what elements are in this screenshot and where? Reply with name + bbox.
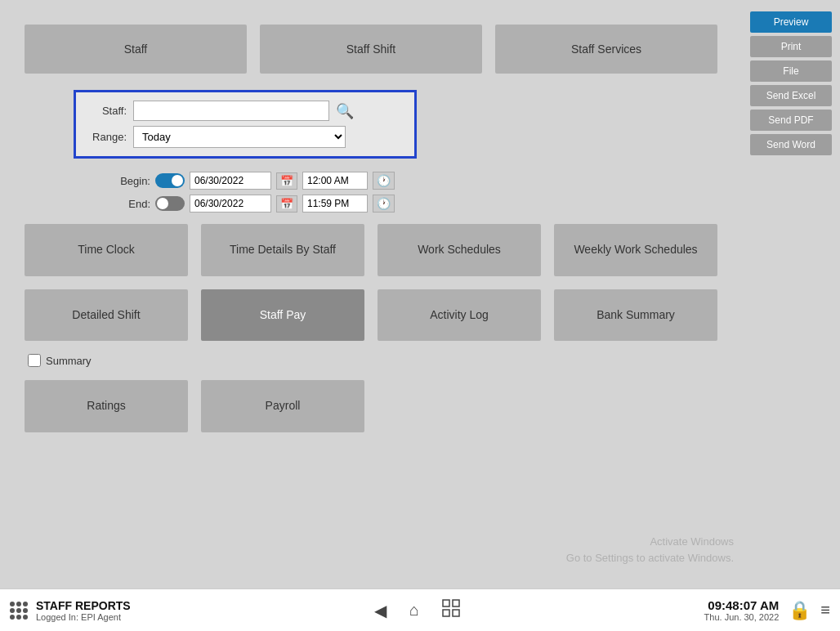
send-excel-button[interactable]: Send Excel: [750, 85, 832, 106]
staff-filter-row: Staff: 🔍: [87, 101, 403, 121]
summary-row: Summary: [28, 354, 717, 367]
staff-shift-button[interactable]: Staff Shift: [260, 25, 482, 74]
action-panel: Preview Print File Send Excel Send PDF S…: [750, 11, 832, 155]
time-details-by-staff-button[interactable]: Time Details By Staff: [201, 224, 364, 276]
bank-summary-button[interactable]: Bank Summary: [554, 289, 717, 342]
dots-icon[interactable]: [10, 602, 28, 620]
svg-rect-3: [453, 610, 459, 616]
filter-area: Staff: 🔍 Range: Today: [74, 90, 417, 159]
home-icon: ⌂: [409, 601, 419, 619]
staff-label: Staff:: [87, 105, 127, 117]
activity-log-button[interactable]: Activity Log: [378, 289, 541, 342]
print-button[interactable]: Print: [750, 36, 832, 57]
taskbar-app-info: STAFF REPORTS Logged In: EPI Agent: [36, 599, 131, 622]
menu-button[interactable]: ≡: [820, 601, 830, 620]
svg-rect-0: [443, 600, 449, 606]
end-date-input[interactable]: [190, 195, 271, 213]
begin-time-input[interactable]: [302, 172, 368, 190]
svg-rect-1: [453, 600, 459, 606]
clock-icon: 🕐: [377, 197, 391, 210]
send-word-button[interactable]: Send Word: [750, 134, 832, 155]
end-row: End: 📅 🕐: [114, 195, 717, 213]
home-button[interactable]: ⌂: [406, 597, 422, 623]
send-pdf-button[interactable]: Send PDF: [750, 110, 832, 131]
taskbar-center: ◀ ⌂: [371, 596, 463, 624]
taskbar-time: 09:48:07 AM Thu. Jun. 30, 2022: [704, 598, 780, 622]
reports-row1: Time ClockTime Details By StaffWork Sche…: [25, 224, 717, 276]
end-label: End:: [114, 198, 150, 210]
end-clock-button[interactable]: 🕐: [373, 195, 395, 213]
reports-row2: Detailed ShiftStaff PayActivity LogBank …: [25, 289, 717, 342]
taskbar-left: STAFF REPORTS Logged In: EPI Agent: [10, 599, 131, 622]
grid-icon: [442, 599, 460, 617]
search-icon: 🔍: [336, 103, 354, 119]
weekly-work-schedules-button[interactable]: Weekly Work Schedules: [554, 224, 717, 276]
staff-input[interactable]: [133, 101, 329, 121]
summary-checkbox[interactable]: [28, 354, 41, 367]
summary-label: Summary: [46, 355, 92, 367]
range-label: Range:: [87, 131, 127, 143]
calendar-icon: 📅: [280, 175, 293, 187]
current-time: 09:48:07 AM: [704, 598, 780, 612]
top-nav-row: Staff Staff Shift Staff Services: [25, 25, 717, 74]
datetime-section: Begin: 📅 🕐 End: 📅 🕐: [114, 172, 717, 213]
begin-toggle[interactable]: [155, 173, 185, 188]
watermark: Activate Windows Go to Settings to activ…: [566, 534, 734, 566]
clock-icon: 🕐: [377, 174, 391, 187]
grid-button[interactable]: [439, 596, 463, 624]
calendar-icon: 📅: [280, 198, 293, 210]
ratings-button[interactable]: Ratings: [25, 380, 188, 432]
back-icon: ◀: [374, 602, 386, 620]
back-button[interactable]: ◀: [371, 597, 390, 624]
taskbar: STAFF REPORTS Logged In: EPI Agent ◀ ⌂ 0…: [0, 588, 840, 631]
svg-rect-2: [443, 610, 449, 616]
detailed-shift-button[interactable]: Detailed Shift: [25, 289, 188, 342]
empty-slot-0: [378, 380, 541, 432]
range-select[interactable]: Today: [133, 126, 346, 148]
main-content: Staff Staff Shift Staff Services Staff: …: [0, 0, 742, 588]
staff-button[interactable]: Staff: [25, 25, 247, 74]
end-time-input[interactable]: [302, 195, 368, 213]
staff-pay-button[interactable]: Staff Pay: [201, 289, 364, 342]
range-filter-row: Range: Today: [87, 126, 403, 148]
preview-button[interactable]: Preview: [750, 11, 832, 33]
time-clock-button[interactable]: Time Clock: [25, 224, 188, 276]
file-button[interactable]: File: [750, 60, 832, 82]
empty-slot-1: [554, 380, 717, 432]
lock-icon[interactable]: 🔒: [789, 600, 811, 621]
begin-row: Begin: 📅 🕐: [114, 172, 717, 190]
payroll-button[interactable]: Payroll: [201, 380, 364, 432]
app-subtitle: Logged In: EPI Agent: [36, 612, 131, 622]
search-button[interactable]: 🔍: [336, 102, 354, 120]
end-toggle[interactable]: [155, 196, 185, 211]
current-date: Thu. Jun. 30, 2022: [704, 612, 780, 622]
taskbar-right: 09:48:07 AM Thu. Jun. 30, 2022 🔒 ≡: [704, 598, 830, 622]
begin-calendar-button[interactable]: 📅: [276, 172, 297, 190]
begin-label: Begin:: [114, 175, 150, 187]
begin-date-input[interactable]: [190, 172, 271, 190]
staff-services-button[interactable]: Staff Services: [495, 25, 717, 74]
work-schedules-button[interactable]: Work Schedules: [378, 224, 541, 276]
end-calendar-button[interactable]: 📅: [276, 195, 297, 213]
reports-row3: RatingsPayroll: [25, 380, 717, 432]
begin-clock-button[interactable]: 🕐: [373, 172, 395, 190]
watermark-line2: Go to Settings to activate Windows.: [566, 550, 734, 566]
app-title: STAFF REPORTS: [36, 599, 131, 612]
watermark-line1: Activate Windows: [566, 534, 734, 550]
